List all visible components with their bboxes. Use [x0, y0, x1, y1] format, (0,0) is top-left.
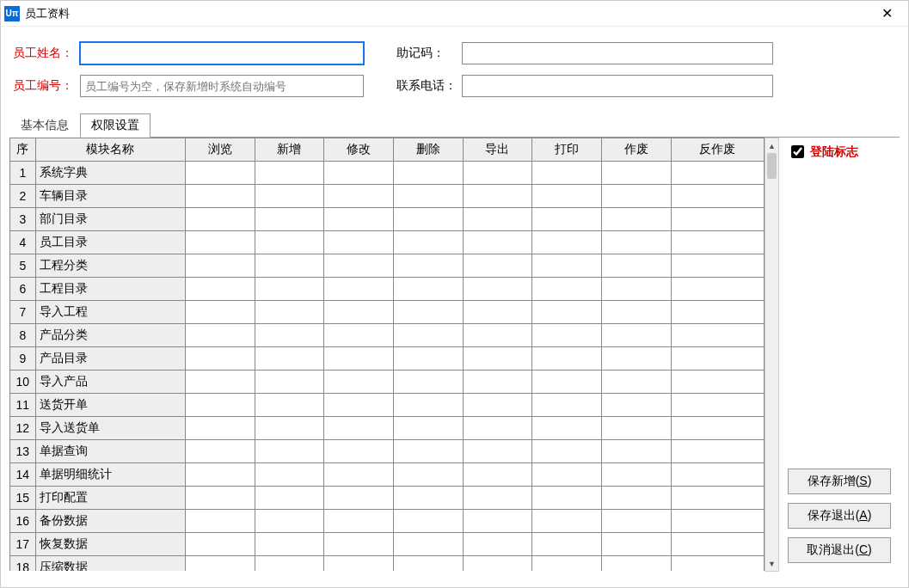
- cell-browse[interactable]: [185, 510, 255, 533]
- cell-export[interactable]: [463, 162, 532, 185]
- cell-delete[interactable]: [393, 394, 463, 417]
- cell-delete[interactable]: [393, 301, 463, 324]
- cell-unvoid[interactable]: [671, 324, 764, 347]
- col-export[interactable]: 导出: [463, 138, 532, 162]
- cell-browse[interactable]: [185, 185, 255, 208]
- cell-add[interactable]: [255, 417, 324, 440]
- cell-unvoid[interactable]: [671, 162, 764, 185]
- cell-unvoid[interactable]: [671, 208, 764, 231]
- cell-add[interactable]: [255, 162, 324, 185]
- table-row[interactable]: 18压缩数据: [10, 556, 765, 572]
- cell-print[interactable]: [532, 510, 602, 533]
- cell-browse[interactable]: [185, 254, 255, 278]
- cell-void[interactable]: [601, 208, 671, 231]
- cell-browse[interactable]: [185, 347, 255, 371]
- permissions-table[interactable]: 序 模块名称 浏览 新增 修改 删除 导出 打印 作废 反作废 1系统字典2车辆: [9, 138, 765, 571]
- cell-void[interactable]: [601, 231, 671, 254]
- col-void[interactable]: 作废: [601, 138, 671, 162]
- cell-add[interactable]: [255, 301, 324, 324]
- cell-print[interactable]: [532, 185, 602, 208]
- cell-void[interactable]: [601, 254, 671, 278]
- cell-delete[interactable]: [393, 417, 463, 440]
- cell-edit[interactable]: [324, 324, 394, 347]
- cell-edit[interactable]: [324, 347, 394, 371]
- save-new-button[interactable]: 保存新增(S): [788, 469, 891, 494]
- cell-print[interactable]: [532, 556, 602, 572]
- table-row[interactable]: 7导入工程: [10, 301, 765, 324]
- tab-permissions[interactable]: 权限设置: [80, 113, 150, 138]
- cell-delete[interactable]: [393, 231, 463, 254]
- cell-export[interactable]: [463, 556, 532, 572]
- cell-browse[interactable]: [185, 487, 255, 510]
- cell-unvoid[interactable]: [671, 278, 764, 301]
- cell-export[interactable]: [463, 510, 532, 533]
- cell-void[interactable]: [601, 278, 671, 301]
- cell-print[interactable]: [532, 371, 602, 394]
- cell-add[interactable]: [255, 510, 324, 533]
- table-row[interactable]: 15打印配置: [10, 487, 765, 510]
- login-flag-checkbox[interactable]: 登陆标志: [788, 143, 891, 161]
- scroll-up-icon[interactable]: ▲: [765, 138, 778, 153]
- cell-delete[interactable]: [393, 324, 463, 347]
- cell-add[interactable]: [255, 463, 324, 487]
- cell-delete[interactable]: [393, 371, 463, 394]
- cell-add[interactable]: [255, 185, 324, 208]
- cell-print[interactable]: [532, 231, 602, 254]
- cell-void[interactable]: [601, 347, 671, 371]
- cell-export[interactable]: [463, 533, 532, 556]
- cell-edit[interactable]: [324, 440, 394, 463]
- cell-unvoid[interactable]: [671, 487, 764, 510]
- cell-delete[interactable]: [393, 440, 463, 463]
- cancel-button[interactable]: 取消退出(C): [788, 537, 891, 563]
- cell-add[interactable]: [255, 394, 324, 417]
- cell-print[interactable]: [532, 301, 602, 324]
- cell-void[interactable]: [601, 556, 671, 572]
- cell-void[interactable]: [601, 324, 671, 347]
- cell-delete[interactable]: [393, 347, 463, 371]
- cell-edit[interactable]: [324, 417, 394, 440]
- cell-browse[interactable]: [185, 231, 255, 254]
- table-row[interactable]: 1系统字典: [10, 162, 765, 185]
- cell-export[interactable]: [463, 487, 532, 510]
- login-flag-input[interactable]: [791, 145, 804, 158]
- cell-export[interactable]: [463, 440, 532, 463]
- cell-delete[interactable]: [393, 208, 463, 231]
- mnemonic-input[interactable]: [462, 42, 773, 64]
- cell-print[interactable]: [532, 487, 602, 510]
- cell-edit[interactable]: [324, 394, 394, 417]
- cell-edit[interactable]: [324, 254, 394, 278]
- cell-export[interactable]: [463, 463, 532, 487]
- cell-unvoid[interactable]: [671, 301, 764, 324]
- cell-delete[interactable]: [393, 162, 463, 185]
- cell-void[interactable]: [601, 463, 671, 487]
- cell-void[interactable]: [601, 510, 671, 533]
- table-row[interactable]: 2车辆目录: [10, 185, 765, 208]
- cell-edit[interactable]: [324, 231, 394, 254]
- cell-print[interactable]: [532, 162, 602, 185]
- cell-edit[interactable]: [324, 533, 394, 556]
- cell-browse[interactable]: [185, 417, 255, 440]
- cell-void[interactable]: [601, 371, 671, 394]
- cell-browse[interactable]: [185, 394, 255, 417]
- cell-export[interactable]: [463, 347, 532, 371]
- cell-void[interactable]: [601, 185, 671, 208]
- cell-print[interactable]: [532, 533, 602, 556]
- cell-browse[interactable]: [185, 556, 255, 572]
- table-row[interactable]: 16备份数据: [10, 510, 765, 533]
- cell-add[interactable]: [255, 533, 324, 556]
- cell-void[interactable]: [601, 440, 671, 463]
- cell-unvoid[interactable]: [671, 463, 764, 487]
- table-row[interactable]: 5工程分类: [10, 254, 765, 278]
- cell-add[interactable]: [255, 487, 324, 510]
- cell-add[interactable]: [255, 371, 324, 394]
- cell-print[interactable]: [532, 440, 602, 463]
- cell-unvoid[interactable]: [671, 254, 764, 278]
- cell-browse[interactable]: [185, 463, 255, 487]
- cell-edit[interactable]: [324, 463, 394, 487]
- col-browse[interactable]: 浏览: [185, 138, 255, 162]
- cell-print[interactable]: [532, 208, 602, 231]
- col-print[interactable]: 打印: [532, 138, 602, 162]
- table-row[interactable]: 6工程目录: [10, 278, 765, 301]
- table-row[interactable]: 17恢复数据: [10, 533, 765, 556]
- tab-basic-info[interactable]: 基本信息: [9, 113, 80, 138]
